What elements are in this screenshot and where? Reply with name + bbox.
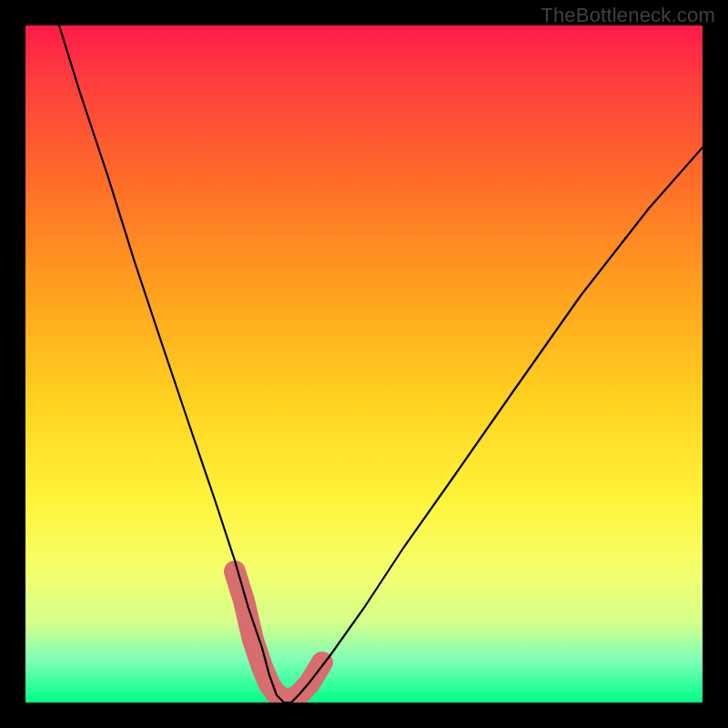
bottleneck-curve-svg: [25, 25, 703, 703]
watermark-text: TheBottleneck.com: [541, 4, 715, 27]
plot-area: [25, 25, 703, 703]
bottleneck-curve: [59, 25, 703, 703]
chart-frame: TheBottleneck.com: [0, 0, 728, 728]
curve-highlight: [235, 571, 322, 699]
